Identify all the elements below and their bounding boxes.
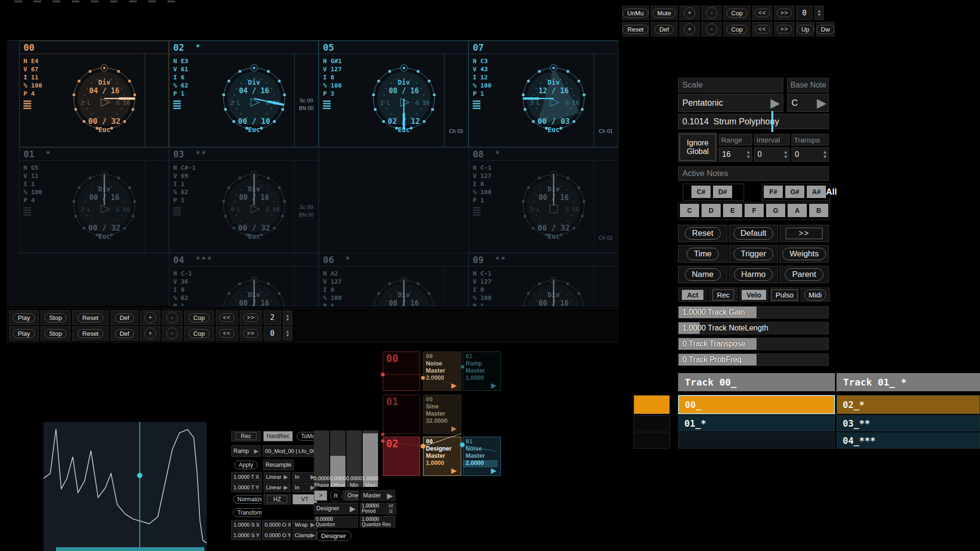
global-spinner[interactable]: ▲▼ bbox=[814, 6, 824, 20]
quantize-res-box[interactable]: 1.00000Quantize Res bbox=[360, 516, 395, 528]
track-swatch[interactable] bbox=[634, 415, 670, 431]
spin-down-icon[interactable]: ▼ bbox=[286, 318, 290, 321]
note-key-c[interactable]: C bbox=[680, 204, 699, 217]
transport-stop-button[interactable]: Stop bbox=[41, 310, 70, 325]
sequencer-cell-02[interactable]: 02*N E3V 61I 6% 62P 1 Div 04 / 16 2 L G … bbox=[169, 41, 319, 147]
panel-trigger-button[interactable]: Trigger bbox=[729, 245, 778, 263]
track-table-row[interactable]: 03_** bbox=[836, 415, 980, 431]
transpose-spinner[interactable]: ▲ ▼ bbox=[823, 150, 827, 159]
o_x-value[interactable]: 0.0000 O X bbox=[262, 520, 291, 529]
dropdown-arrow-icon[interactable]: ▶ bbox=[254, 448, 258, 454]
note-key-g[interactable]: G bbox=[766, 204, 785, 217]
apply-button[interactable]: Apply bbox=[231, 460, 261, 470]
global-mute-button[interactable]: Mute bbox=[651, 6, 678, 20]
all-notes-button[interactable]: All bbox=[826, 186, 842, 198]
t_y-value[interactable]: 1.0000 T Y bbox=[231, 483, 262, 492]
note-key-a#[interactable]: A# bbox=[807, 186, 826, 198]
resample-button[interactable]: Resample bbox=[263, 460, 294, 470]
spin-down-icon[interactable]: ▼ bbox=[817, 13, 822, 17]
spin-down-icon[interactable]: ▼ bbox=[746, 154, 751, 159]
t_x-value[interactable]: 1.0000 T X bbox=[231, 472, 262, 482]
spin-down-icon[interactable]: ▼ bbox=[286, 333, 290, 337]
track-table-header[interactable]: Track 00_ bbox=[678, 373, 835, 391]
cell-dial[interactable]: Div 08 / 16 1 L G 16 02 / 12 Euc bbox=[363, 55, 445, 145]
sequencer-cell-08[interactable]: 08*N C-1V 127I 0% 100P 1 Div 00 / 16 1 L… bbox=[468, 147, 618, 253]
transport-stop-button[interactable]: Stop bbox=[41, 326, 70, 341]
global-unmu-button[interactable]: UnMu bbox=[622, 6, 649, 20]
transport-def-button[interactable]: Def bbox=[111, 310, 138, 325]
sequencer-cell-06[interactable]: 06*N A2V 127I 0% 100P 6 Div 00 / 16 bbox=[319, 253, 468, 307]
t_x-interp-select[interactable]: Linear▶ bbox=[264, 472, 290, 482]
transform-button[interactable]: Transform bbox=[231, 507, 262, 518]
cell-dial[interactable]: Div 00 / 16 bbox=[213, 267, 295, 307]
transport--button[interactable]: - bbox=[162, 326, 182, 341]
ignore-global-button[interactable]: Ignore Global bbox=[679, 134, 716, 161]
sequencer-cell-03[interactable]: 03**N C#-1V 69I 1% 62P 1 Div 00 / 16 4 L… bbox=[169, 147, 319, 253]
global--button[interactable]: << bbox=[752, 22, 772, 36]
global-def-button[interactable]: Def bbox=[651, 22, 678, 36]
r-button[interactable]: R bbox=[330, 490, 342, 502]
cell-dial[interactable]: Div 00 / 16 1 L G 16 00 / 32 Euc bbox=[513, 161, 594, 252]
global--button[interactable]: << bbox=[752, 6, 772, 20]
panel-weights-button[interactable]: Weights bbox=[780, 245, 829, 263]
transport--button[interactable]: + bbox=[140, 326, 160, 341]
note-key-d#[interactable]: D# bbox=[713, 186, 732, 198]
note-key-b[interactable]: B bbox=[809, 204, 828, 217]
strum-polyphony-slider[interactable]: 0.1014 Strum Polyphony bbox=[678, 114, 829, 129]
global--button[interactable]: + bbox=[679, 22, 700, 36]
global-reset-button[interactable]: Reset bbox=[622, 22, 649, 36]
note-key-f[interactable]: F bbox=[745, 204, 764, 217]
sequencer-cell-05[interactable]: 05N G#1V 127I 8% 100P 3 Div 08 / 16 1 L … bbox=[319, 41, 468, 147]
note-key-e[interactable]: E bbox=[723, 204, 742, 217]
transport-cop-button[interactable]: Cop bbox=[184, 326, 214, 341]
dropdown-arrow-icon[interactable]: ▶ bbox=[284, 474, 288, 480]
cell-dial[interactable]: Div 00 / 16 4 L G 16 00 / 32 Euc bbox=[213, 161, 295, 252]
strum-cursor[interactable] bbox=[771, 111, 773, 132]
track-table-row[interactable] bbox=[678, 432, 835, 449]
transport-spinner[interactable]: ▲▼ bbox=[283, 326, 292, 341]
waveform-display[interactable] bbox=[44, 422, 207, 551]
spin-down-icon[interactable]: ▼ bbox=[783, 154, 788, 159]
track-param-slider[interactable]: 1.0000 Track NoteLength bbox=[678, 322, 829, 334]
global--button[interactable]: - bbox=[702, 22, 722, 36]
period-box[interactable]: 1.00000Period bbox=[360, 503, 385, 514]
mode-midi-button[interactable]: Midi bbox=[801, 287, 830, 302]
track-param-slider[interactable]: 0 Track ProbFreq bbox=[678, 353, 829, 366]
source-type-select[interactable]: Ramp▶ bbox=[231, 445, 261, 457]
global--button[interactable]: - bbox=[702, 6, 722, 20]
transport--button[interactable]: >> bbox=[240, 326, 262, 341]
panel-reset-button[interactable]: Reset bbox=[678, 225, 727, 242]
global-cop-button[interactable]: Cop bbox=[724, 6, 750, 20]
o_y-value[interactable]: 0.0000 O Y bbox=[262, 530, 291, 540]
track-param-slider[interactable]: 0 Track Transpose bbox=[678, 338, 829, 350]
panel-name-button[interactable]: Name bbox=[678, 266, 727, 283]
global-value[interactable]: 0 bbox=[796, 6, 813, 20]
dropdown-arrow-icon[interactable]: ▶ bbox=[350, 504, 356, 513]
transport-def-button[interactable]: Def bbox=[111, 326, 138, 341]
panel-harmo-button[interactable]: Harmo bbox=[729, 266, 778, 283]
sequencer-cell-00[interactable]: 00N E4V 67I 11% 100P 4 Div 04 / 16 2 L G… bbox=[19, 41, 169, 147]
global-dw-button[interactable]: Dw bbox=[816, 22, 835, 36]
panel-parent-button[interactable]: Parent bbox=[780, 266, 829, 283]
track-table-header[interactable]: Track 01_ * bbox=[836, 373, 980, 391]
panel-default-button[interactable]: Default bbox=[729, 225, 778, 242]
mode-pulso-button[interactable]: Pulso bbox=[770, 287, 799, 302]
quantize-box[interactable]: 0.00000Quantize bbox=[314, 516, 358, 528]
cell-dial[interactable]: Div 12 / 16 3 L G 16 00 / 03 Euc bbox=[513, 55, 594, 145]
rec-button[interactable]: Rec bbox=[231, 431, 261, 441]
panel-time-button[interactable]: Time bbox=[678, 245, 727, 263]
panel--button[interactable]: >> bbox=[780, 225, 829, 242]
transport-play-button[interactable]: Play bbox=[9, 326, 39, 341]
transport--button[interactable]: << bbox=[216, 326, 238, 341]
normalize-button[interactable]: Normalize bbox=[231, 494, 262, 505]
note-key-g#[interactable]: G# bbox=[785, 186, 804, 198]
cell-dial[interactable]: Div 04 / 16 2 L G 16 00 / 32 Euc bbox=[64, 55, 145, 145]
sequencer-cell-07[interactable]: 07N C3V 43I 12% 100P 1 Div 12 / 16 3 L G… bbox=[468, 41, 618, 147]
hardrec-button[interactable]: HardRec bbox=[263, 431, 293, 441]
dropdown-arrow-icon[interactable]: ▶ bbox=[284, 484, 288, 491]
dropdown-arrow-icon[interactable]: ▶ bbox=[770, 97, 780, 109]
track-swatch[interactable] bbox=[634, 395, 670, 414]
track-table-row[interactable]: 00_ bbox=[678, 395, 835, 414]
dropdown-arrow-icon[interactable]: ▶ bbox=[311, 532, 315, 539]
transpose-stepper[interactable]: 0 ▲ ▼ bbox=[791, 147, 829, 162]
